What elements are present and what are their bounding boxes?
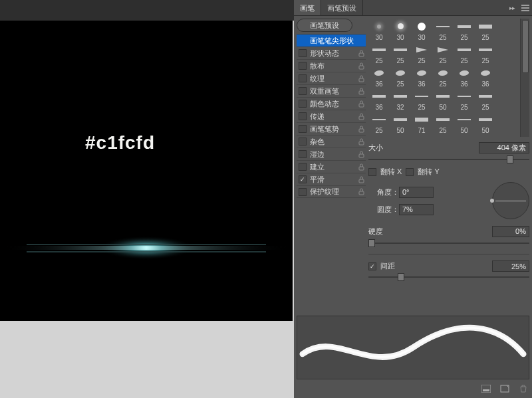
brush-thumb[interactable]: 25 — [390, 65, 411, 88]
option-row-9[interactable]: 湿边 — [297, 148, 366, 160]
option-checkbox[interactable] — [299, 112, 307, 120]
size-slider[interactable] — [368, 155, 529, 164]
brush-thumb[interactable]: 25 — [475, 19, 496, 42]
option-label: 画笔笔尖形状 — [309, 36, 356, 46]
flip-x-checkbox[interactable] — [368, 168, 376, 176]
lock-icon[interactable] — [356, 188, 366, 195]
option-checkbox[interactable] — [299, 100, 307, 108]
flip-y-checkbox[interactable] — [406, 168, 414, 176]
size-value[interactable]: 404 像素 — [479, 142, 529, 153]
brush-thumb[interactable]: 25 — [432, 65, 454, 88]
lock-icon[interactable] — [356, 88, 366, 95]
option-row-3[interactable]: 纹理 — [297, 72, 366, 84]
option-row-4[interactable]: 双重画笔 — [297, 84, 366, 97]
svg-rect-14 — [359, 179, 364, 183]
brush-thumb[interactable]: 25 — [454, 88, 475, 112]
lock-icon[interactable] — [356, 126, 366, 133]
lock-icon[interactable] — [356, 151, 366, 158]
brush-thumb[interactable]: 50 — [432, 88, 454, 112]
lock-icon[interactable] — [356, 138, 366, 146]
option-row-5[interactable]: 颜色动态 — [297, 97, 366, 110]
spacing-slider[interactable] — [368, 272, 529, 282]
svg-point-0 — [98, 236, 194, 260]
lock-icon[interactable] — [356, 50, 366, 57]
lock-icon[interactable] — [356, 163, 366, 171]
brush-thumb[interactable]: 36 — [368, 88, 390, 112]
brush-thumb[interactable]: 32 — [390, 88, 411, 112]
brush-thumb[interactable]: 50 — [475, 112, 496, 135]
lock-icon[interactable] — [356, 100, 366, 108]
brush-thumb[interactable]: 25 — [475, 42, 496, 65]
collapse-icon[interactable]: ▸▸ — [505, 0, 519, 15]
lock-icon[interactable] — [356, 62, 366, 70]
option-checkbox[interactable] — [299, 87, 307, 95]
brush-thumb[interactable]: 25 — [368, 112, 390, 135]
option-checkbox[interactable] — [299, 138, 307, 146]
brush-thumb[interactable]: 25 — [432, 112, 454, 135]
lock-icon[interactable] — [356, 113, 366, 120]
option-checkbox[interactable] — [299, 188, 307, 196]
option-label: 平滑 — [309, 175, 356, 185]
option-row-0[interactable]: 画笔笔尖形状 — [297, 34, 366, 47]
brush-thumb[interactable]: 25 — [368, 42, 390, 65]
size-label: 大小 — [368, 143, 410, 153]
option-checkbox[interactable] — [299, 163, 307, 171]
option-checkbox[interactable] — [299, 150, 307, 158]
new-brush-icon[interactable] — [499, 383, 511, 394]
spacing-value[interactable]: 25% — [492, 260, 529, 272]
thumbnails-scrollbar[interactable] — [520, 19, 529, 137]
toggle-preview-icon[interactable] — [480, 383, 492, 394]
option-row-7[interactable]: 画笔笔势 — [297, 122, 366, 135]
delete-icon[interactable] — [517, 383, 529, 394]
option-row-10[interactable]: 建立 — [297, 160, 366, 173]
brush-thumb[interactable]: 25 — [411, 42, 432, 65]
brush-thumb[interactable]: 25 — [432, 42, 454, 65]
svg-rect-11 — [359, 142, 364, 145]
brush-thumb[interactable]: 50 — [390, 112, 411, 135]
option-row-6[interactable]: 传递 — [297, 110, 366, 122]
brush-thumb[interactable]: 25 — [475, 88, 496, 112]
brush-thumb[interactable]: 25 — [454, 42, 475, 65]
option-checkbox[interactable] — [299, 62, 307, 70]
option-row-2[interactable]: 散布 — [297, 59, 366, 72]
panel-menu-icon[interactable] — [519, 0, 532, 15]
hardness-slider[interactable] — [368, 239, 529, 248]
brush-thumb[interactable]: 50 — [454, 112, 475, 135]
spacing-checkbox[interactable]: ✓ — [368, 262, 376, 270]
svg-rect-3 — [27, 251, 266, 252]
lock-icon[interactable] — [356, 176, 366, 183]
lock-icon[interactable] — [356, 75, 366, 82]
brush-thumb[interactable]: 36 — [411, 65, 432, 88]
angle-diagram[interactable] — [492, 182, 529, 219]
brush-thumb[interactable]: 36 — [475, 65, 496, 88]
option-checkbox[interactable] — [299, 125, 307, 133]
brush-thumb[interactable]: 36 — [454, 65, 475, 88]
brush-thumb[interactable]: 36 — [368, 65, 390, 88]
tab-brush[interactable]: 画笔 — [294, 0, 321, 15]
brush-thumb[interactable]: 25 — [390, 42, 411, 65]
canvas-area[interactable]: #c1fcfd — [0, 21, 293, 321]
option-row-8[interactable]: 杂色 — [297, 135, 366, 148]
brush-thumb[interactable]: 30 — [368, 19, 390, 42]
option-checkbox[interactable] — [299, 74, 307, 82]
hardness-value[interactable]: 0% — [492, 226, 529, 237]
svg-rect-15 — [359, 191, 364, 195]
hardness-label: 硬度 — [368, 227, 410, 237]
brush-thumb[interactable]: 25 — [454, 19, 475, 42]
option-row-1[interactable]: 形状动态 — [297, 47, 366, 59]
option-checkbox[interactable]: ✓ — [299, 175, 307, 183]
brush-thumb[interactable]: 30 — [411, 19, 432, 42]
brush-thumb[interactable]: 25 — [411, 88, 432, 112]
tab-brush-presets[interactable]: 画笔预设 — [321, 0, 363, 15]
svg-rect-4 — [359, 53, 364, 56]
roundness-value[interactable]: 7% — [399, 204, 434, 215]
svg-rect-8 — [359, 104, 364, 107]
option-checkbox[interactable] — [299, 49, 307, 57]
brush-thumb[interactable]: 71 — [411, 112, 432, 135]
brush-presets-button[interactable]: 画笔预设 — [297, 19, 352, 32]
option-row-12[interactable]: 保护纹理 — [297, 185, 366, 198]
brush-thumb[interactable]: 25 — [432, 19, 454, 42]
brush-thumb[interactable]: 30 — [390, 19, 411, 42]
angle-value[interactable]: 0° — [399, 187, 434, 198]
option-row-11[interactable]: ✓平滑 — [297, 173, 366, 185]
